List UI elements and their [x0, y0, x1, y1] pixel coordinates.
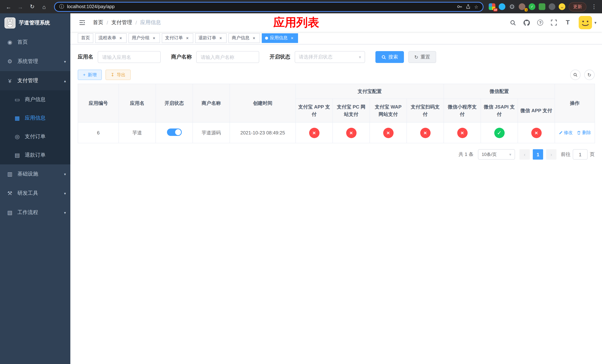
tab-process-form[interactable]: 流程表单 ×	[95, 33, 127, 43]
sidebar-item-home[interactable]: ◉ 首页	[0, 32, 70, 52]
page-1-button[interactable]: 1	[533, 149, 543, 160]
app-logo	[4, 17, 16, 29]
dark-extension-icon[interactable]	[509, 3, 515, 10]
close-tab-icon[interactable]: ×	[290, 35, 295, 41]
wechat-extension-icon[interactable]: ✓	[529, 3, 535, 10]
url-bar[interactable]: ⓘ localhost:1024/pay/app ☆	[54, 2, 484, 12]
help-icon[interactable]: ?	[536, 19, 544, 27]
status-toggle[interactable]	[167, 128, 182, 136]
refresh-table-button[interactable]: ↻	[584, 70, 595, 80]
app-name-label: 应用名	[78, 54, 93, 60]
sidebar-item-label: 基础设施	[17, 171, 60, 177]
sidebar-item-workflow[interactable]: ▧ 工作流程 ▾	[0, 203, 70, 222]
emoji-extension-icon[interactable]: ᴗ	[559, 3, 565, 10]
hamburger-icon[interactable]	[76, 16, 88, 29]
browser-home-icon[interactable]: ⌂	[39, 2, 49, 11]
reset-button[interactable]: ↻ 重置	[408, 51, 436, 63]
url-text[interactable]: localhost:1024/pay/app	[67, 4, 454, 9]
close-tab-icon[interactable]: ×	[185, 35, 190, 41]
drop-extension-icon[interactable]	[499, 3, 505, 10]
chat-extension-icon[interactable]	[539, 3, 545, 10]
password-key-icon[interactable]	[457, 4, 462, 9]
add-button[interactable]: + 新增	[78, 70, 102, 80]
site-info-icon[interactable]: ⓘ	[59, 3, 64, 10]
toggle-search-button[interactable]	[570, 70, 580, 80]
browser-back-icon[interactable]: ←	[4, 2, 13, 11]
page-size-select[interactable]: 10条/页 ▾	[478, 149, 515, 160]
close-tab-icon[interactable]: ×	[218, 35, 223, 41]
app-name-input[interactable]	[98, 51, 161, 63]
tab-label: 流程表单	[98, 35, 116, 41]
grid-extension-icon[interactable]: 10	[489, 3, 495, 10]
page-content: 应用名 商户名称 开启状态 请选择开启状态 ▾	[70, 44, 602, 364]
sidebar-item-payment[interactable]: ¥ 支付管理 ▴	[0, 71, 70, 90]
goto-page-input[interactable]	[573, 149, 588, 160]
tab-user-group[interactable]: 用户分组 ×	[129, 33, 160, 43]
user-menu[interactable]: ▾	[579, 16, 596, 29]
col-alipay-pc: 支付宝 PC 网站支付	[333, 99, 370, 122]
app-logo-row[interactable]: 芋道管理系统	[0, 13, 70, 32]
sidebar-item-dev-tools[interactable]: ⚒ 研发工具 ▾	[0, 184, 70, 203]
close-tab-icon[interactable]: ×	[151, 35, 157, 41]
yen-icon: ¥	[7, 78, 13, 84]
sidebar-item-app-info[interactable]: ▦ 应用信息	[0, 109, 70, 127]
dashboard-icon: ◉	[7, 39, 13, 45]
merchant-name-input[interactable]	[196, 51, 259, 63]
search-button[interactable]: 搜索	[376, 51, 404, 63]
sidebar-item-system[interactable]: ⚙ 系统管理 ▾	[0, 52, 70, 71]
delete-link[interactable]: 删除	[577, 130, 591, 136]
status-select[interactable]: 请选择开启状态 ▾	[295, 51, 365, 63]
col-app-name: 应用名	[119, 84, 156, 122]
prev-page-button[interactable]: ‹	[519, 149, 530, 160]
col-app-id: 应用编号	[78, 84, 119, 122]
payment-submenu: ▭ 商户信息 ▦ 应用信息 ◎ 支付订单 ▤ 退款订单	[0, 90, 70, 164]
font-size-icon[interactable]: T	[564, 19, 572, 27]
tab-home[interactable]: 首页	[78, 33, 93, 43]
pagination: 共 1 条 10条/页 ▾ ‹ 1 › 前往 页	[78, 149, 595, 160]
refresh-icon: ↻	[414, 54, 418, 60]
avatar-extension-icon[interactable]: 1	[519, 3, 525, 10]
browser-forward-icon[interactable]: →	[16, 2, 25, 11]
config-status-icon: ×	[531, 128, 541, 138]
chrome-menu-icon[interactable]: ⋮	[590, 3, 598, 10]
chevron-down-icon: ▾	[359, 55, 361, 59]
total-count: 共 1 条	[459, 151, 473, 158]
close-tab-icon[interactable]: ×	[251, 35, 257, 41]
close-tab-icon[interactable]: ×	[118, 35, 123, 41]
tab-app-info[interactable]: 应用信息 ×	[262, 33, 298, 43]
goto-page: 前往 页	[561, 149, 595, 160]
sidebar-item-refund-order[interactable]: ▤ 退款订单	[0, 146, 70, 164]
next-page-button[interactable]: ›	[546, 149, 557, 160]
breadcrumb-separator: /	[136, 20, 137, 26]
tab-merchant-info[interactable]: 商户信息 ×	[228, 33, 260, 43]
edit-link[interactable]: 修改	[559, 130, 573, 136]
chevron-down-icon: ▾	[509, 152, 511, 157]
breadcrumb-payment[interactable]: 支付管理	[111, 19, 132, 26]
profile-extension-icon[interactable]	[549, 3, 555, 10]
browser-reload-icon[interactable]: ↻	[27, 2, 37, 11]
tab-refund-order[interactable]: 退款订单 ×	[195, 33, 226, 43]
extension-badge: 10	[493, 8, 498, 11]
filter-form: 应用名 商户名称 开启状态 请选择开启状态 ▾	[78, 51, 595, 63]
chrome-update-button[interactable]: 更新	[569, 2, 586, 11]
share-icon[interactable]	[466, 4, 471, 9]
sidebar-item-infrastructure[interactable]: ▥ 基础设施 ▾	[0, 164, 70, 184]
github-icon[interactable]	[523, 19, 531, 27]
tab-pay-order[interactable]: 支付订单 ×	[162, 33, 193, 43]
sidebar-item-merchant-info[interactable]: ▭ 商户信息	[0, 90, 70, 109]
fullscreen-icon[interactable]	[550, 19, 558, 27]
top-navbar: 首页 / 支付管理 / 应用信息 应用列表 ?	[70, 13, 602, 32]
bookmark-star-icon[interactable]: ☆	[474, 4, 478, 10]
page-annotation-title: 应用列表	[273, 15, 319, 30]
gear-icon: ⚙	[7, 58, 13, 65]
chevron-down-icon: ▾	[64, 191, 66, 195]
col-created: 创建时间	[230, 84, 296, 122]
reset-button-label: 重置	[420, 54, 430, 60]
sidebar-item-pay-order[interactable]: ◎ 支付订单	[0, 127, 70, 146]
tab-label: 应用信息	[270, 35, 288, 41]
export-button[interactable]: ↧ 导出	[106, 70, 131, 80]
breadcrumb-home[interactable]: 首页	[93, 19, 103, 26]
chevron-down-icon: ▾	[64, 172, 66, 176]
search-icon[interactable]	[509, 19, 517, 27]
col-alipay-wap: 支付宝 WAP 网站支付	[370, 99, 407, 122]
